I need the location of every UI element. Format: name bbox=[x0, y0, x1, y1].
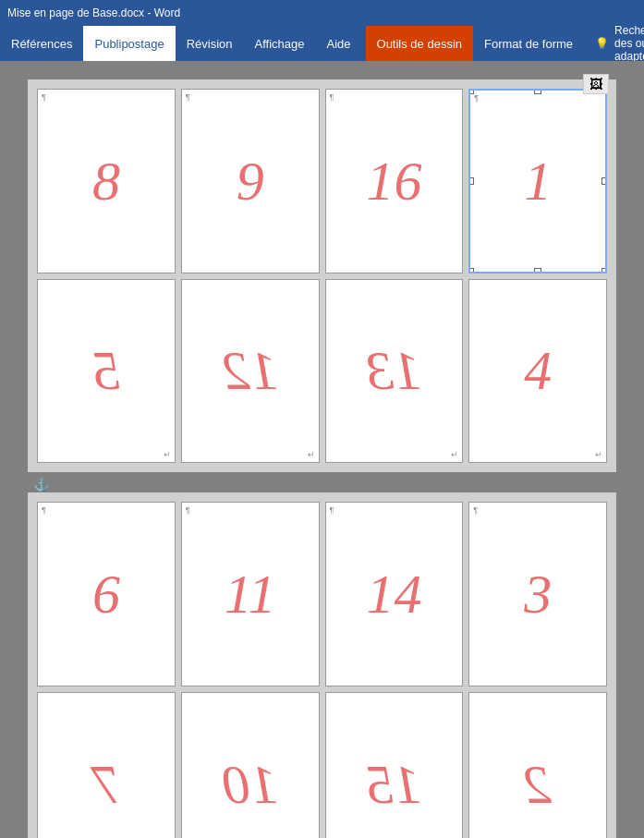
title-bar: Mise en page de Base.docx - Word bbox=[0, 0, 644, 26]
tab-revision[interactable]: Révision bbox=[176, 26, 244, 61]
handle-bc[interactable] bbox=[534, 268, 541, 273]
card-number-1: 1 bbox=[524, 153, 552, 209]
card-number-3: 3 bbox=[524, 566, 552, 622]
card-corner-tl: ¶ bbox=[42, 92, 46, 102]
card-grid-row1: ¶ 8 ¶ 9 ¶ 16 ¶ bbox=[37, 89, 607, 273]
handle-mr[interactable] bbox=[601, 177, 607, 185]
card-corner-br: ↵ bbox=[164, 450, 171, 459]
handle-ml[interactable] bbox=[468, 177, 474, 185]
card-number-11: 11 bbox=[225, 566, 276, 622]
card-grid-row2: 5 ↵ 12 ↵ 13 ↵ 4 bbox=[37, 279, 607, 464]
card-number-6: 6 bbox=[92, 566, 120, 622]
card-12[interactable]: 12 ↵ bbox=[181, 279, 320, 464]
card-content: 3 bbox=[469, 503, 606, 686]
card-number-4: 4 bbox=[524, 343, 552, 398]
card-number-2: 2 bbox=[524, 757, 552, 812]
card-10[interactable]: 10 ↵ bbox=[181, 692, 320, 838]
main-content: 🖼 ¶ 8 ¶ 9 ¶ 16 bbox=[0, 61, 644, 838]
card-number-5: 5 bbox=[92, 343, 120, 398]
card-number-15: 15 bbox=[366, 757, 421, 812]
handle-tl[interactable] bbox=[468, 89, 474, 94]
card-11[interactable]: ¶ 11 bbox=[181, 502, 320, 686]
card-corner-br: ↵ bbox=[595, 450, 602, 459]
card-4[interactable]: 4 ↵ bbox=[468, 279, 607, 464]
card-content: 8 bbox=[38, 90, 175, 273]
card-9[interactable]: ¶ 9 bbox=[181, 89, 320, 273]
card-3[interactable]: ¶ 3 bbox=[468, 502, 607, 686]
card-corner-tl: ¶ bbox=[186, 92, 190, 102]
search-label: Rechercher des outils adaptés bbox=[614, 24, 644, 63]
card-number-14: 14 bbox=[366, 566, 421, 622]
card-corner-tl: ¶ bbox=[330, 92, 334, 102]
card-number-8: 8 bbox=[92, 153, 120, 209]
handle-br[interactable] bbox=[601, 268, 607, 273]
image-icon[interactable]: 🖼 bbox=[583, 74, 609, 94]
card-content: 14 bbox=[326, 503, 463, 686]
ribbon: Références Publipostage Révision Afficha… bbox=[0, 26, 644, 61]
card-content: 9 bbox=[182, 90, 319, 273]
card-corner-br: ↵ bbox=[308, 450, 315, 459]
card-number-13: 13 bbox=[366, 343, 421, 398]
tab-format-forme[interactable]: Format de forme bbox=[473, 26, 584, 61]
tab-references[interactable]: Références bbox=[0, 26, 83, 61]
tab-outils-dessin[interactable]: Outils de dessin bbox=[366, 26, 474, 61]
card-15[interactable]: 15 ↵ bbox=[325, 692, 464, 838]
card-content: 10 bbox=[182, 693, 319, 838]
card-corner-tl: ¶ bbox=[42, 505, 46, 515]
card-content: 4 bbox=[469, 280, 606, 463]
card-content: 12 bbox=[182, 280, 319, 463]
ribbon-search[interactable]: 💡 Rechercher des outils adaptés bbox=[584, 26, 644, 61]
card-8[interactable]: ¶ 8 bbox=[37, 89, 176, 273]
tab-publipostage[interactable]: Publipostage bbox=[83, 26, 175, 61]
card-content: 16 bbox=[326, 90, 463, 273]
card-number-10: 10 bbox=[223, 757, 278, 812]
card-content: 7 bbox=[38, 693, 175, 838]
card-content: 5 bbox=[38, 280, 175, 463]
card-13[interactable]: 13 ↵ bbox=[325, 279, 464, 464]
card-corner-tl: ¶ bbox=[473, 505, 478, 515]
card-7[interactable]: 7 ↵ bbox=[37, 692, 176, 838]
card-14[interactable]: ¶ 14 bbox=[325, 502, 464, 686]
card-6[interactable]: ¶ 6 bbox=[37, 502, 176, 686]
card-2[interactable]: 2 ↵ bbox=[468, 692, 607, 838]
card-number-12: 12 bbox=[223, 343, 278, 398]
card-corner-tl: ¶ bbox=[186, 505, 190, 515]
card-content: 1 bbox=[470, 91, 605, 272]
card-content: 15 bbox=[326, 693, 463, 838]
tab-aide[interactable]: Aide bbox=[315, 26, 361, 61]
card-5[interactable]: 5 ↵ bbox=[37, 279, 176, 464]
card-corner-br: ↵ bbox=[451, 450, 458, 459]
card-16[interactable]: ¶ 16 bbox=[325, 89, 464, 273]
handle-tc[interactable] bbox=[534, 89, 541, 94]
card-content: 13 bbox=[326, 280, 463, 463]
page-section-2: ¶ 6 ¶ 11 ¶ 14 ¶ bbox=[28, 492, 616, 838]
card-number-7: 7 bbox=[92, 757, 120, 812]
anchor-icon: ⚓ bbox=[33, 477, 49, 492]
card-content: 11 bbox=[182, 503, 319, 686]
card-content: 2 bbox=[469, 693, 606, 838]
card-corner-tl: ¶ bbox=[330, 505, 334, 515]
title-bar-text: Mise en page de Base.docx - Word bbox=[7, 6, 180, 19]
card-corner-tl: ¶ bbox=[474, 93, 479, 103]
tab-affichage[interactable]: Affichage bbox=[244, 26, 316, 61]
page-section-1: ¶ 8 ¶ 9 ¶ 16 ¶ bbox=[28, 79, 616, 472]
card-1[interactable]: ¶ 1 bbox=[468, 89, 607, 273]
card-content: 6 bbox=[38, 503, 175, 686]
handle-bl[interactable] bbox=[468, 268, 474, 273]
card-grid-row4: 7 ↵ 10 ↵ 15 ↵ 2 bbox=[37, 692, 607, 838]
card-number-9: 9 bbox=[237, 153, 264, 209]
card-number-16: 16 bbox=[366, 153, 421, 209]
card-grid-row3: ¶ 6 ¶ 11 ¶ 14 ¶ bbox=[37, 502, 607, 686]
bulb-icon: 💡 bbox=[595, 37, 609, 50]
